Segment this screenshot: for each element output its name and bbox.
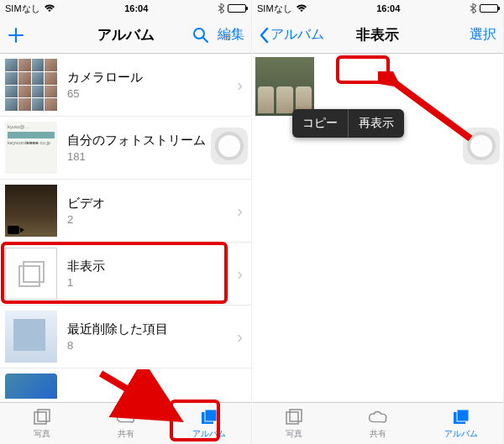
svg-rect-6	[205, 410, 217, 421]
album-row-videos[interactable]: ビデオ 2 ›	[0, 180, 251, 243]
albums-icon	[450, 407, 472, 427]
photo-item[interactable]	[255, 57, 314, 116]
album-thumb	[5, 185, 57, 237]
album-count: 2	[67, 213, 232, 226]
carrier-text: SIMなし	[5, 3, 40, 15]
status-bar: SIMなし 16:04	[252, 0, 503, 17]
tab-label: 共有	[370, 428, 386, 440]
tab-shared[interactable]: 共有	[336, 403, 420, 444]
album-count: 1	[67, 276, 232, 289]
album-title: ビデオ	[67, 196, 232, 212]
album-title: カメラロール	[67, 70, 232, 86]
svg-rect-7	[286, 412, 298, 424]
album-title: 最近削除した項目	[67, 321, 232, 337]
svg-rect-3	[34, 412, 46, 424]
album-row-recently-deleted[interactable]: 最近削除した項目 8 ›	[0, 306, 251, 368]
album-row-hidden[interactable]: 非表示 1 ›	[0, 243, 251, 306]
album-list-area: カメラロール 65 › kyoto@…keyword■■■■.co.jp 自分の…	[0, 54, 251, 402]
album-count: 181	[67, 150, 232, 163]
tab-bar: 写真 共有 アルバム	[252, 402, 503, 444]
edit-button[interactable]: 編集	[218, 26, 244, 44]
cloud-icon	[367, 407, 389, 427]
tab-shared[interactable]: 共有	[84, 403, 168, 444]
assistive-touch-button[interactable]	[463, 128, 500, 165]
svg-rect-1	[19, 266, 39, 286]
album-row-camera-roll[interactable]: カメラロール 65 ›	[0, 54, 251, 117]
cloud-icon	[115, 407, 137, 427]
menu-copy[interactable]: コピー	[292, 109, 348, 138]
add-button[interactable]	[7, 26, 25, 44]
album-thumb: kyoto@…keyword■■■■.co.jp	[5, 122, 57, 174]
chevron-right-icon: ›	[237, 264, 243, 284]
svg-rect-4	[38, 410, 50, 421]
tab-photos[interactable]: 写真	[252, 403, 336, 444]
clock-time: 16:04	[124, 3, 148, 13]
search-button[interactable]	[192, 27, 209, 44]
nav-bar: アルバム 非表示 選択	[252, 17, 503, 54]
left-screen: SIMなし 16:04 アルバム 編集	[0, 0, 252, 444]
bluetooth-icon	[470, 3, 476, 13]
chevron-right-icon: ›	[237, 327, 243, 347]
tab-label: 共有	[118, 428, 134, 440]
assistive-touch-button[interactable]	[211, 128, 248, 165]
tab-albums[interactable]: アルバム	[167, 403, 251, 444]
photos-icon	[283, 407, 305, 427]
tab-albums[interactable]: アルバム	[419, 403, 503, 444]
album-thumb	[5, 311, 57, 363]
status-bar: SIMなし 16:04	[0, 0, 251, 17]
album-thumb	[5, 373, 57, 399]
chevron-right-icon: ›	[237, 76, 243, 95]
album-title: 非表示	[67, 259, 232, 274]
back-label: アルバム	[270, 26, 324, 44]
album-title: 自分のフォトストリーム	[67, 133, 232, 149]
album-thumb	[5, 248, 57, 300]
battery-icon	[480, 4, 498, 13]
chevron-right-icon: ›	[237, 201, 243, 221]
album-row-partial[interactable]	[0, 368, 251, 402]
album-count: 65	[67, 87, 232, 100]
tab-bar: 写真 共有 アルバム	[0, 402, 251, 444]
svg-rect-2	[24, 262, 44, 282]
back-button[interactable]: アルバム	[259, 26, 324, 44]
bluetooth-icon	[218, 3, 224, 13]
photo-grid-area: コピー 再表示	[252, 54, 503, 402]
nav-bar: アルバム 編集	[0, 17, 251, 54]
svg-point-0	[194, 29, 204, 39]
album-count: 8	[67, 339, 232, 352]
tab-label: 写真	[34, 428, 50, 440]
album-thumb	[5, 59, 57, 111]
tab-photos[interactable]: 写真	[0, 403, 84, 444]
svg-rect-8	[290, 410, 302, 421]
battery-icon	[228, 4, 246, 13]
wifi-icon	[296, 4, 307, 13]
context-menu: コピー 再表示	[292, 109, 404, 138]
tab-label: 写真	[286, 428, 302, 440]
select-button[interactable]: 選択	[470, 26, 496, 44]
albums-icon	[198, 407, 220, 427]
tab-label: アルバム	[444, 428, 478, 440]
svg-rect-10	[457, 410, 469, 421]
wifi-icon	[44, 4, 55, 13]
carrier-text: SIMなし	[257, 3, 292, 15]
clock-time: 16:04	[376, 3, 400, 13]
photos-icon	[31, 407, 53, 427]
tab-label: アルバム	[192, 428, 226, 440]
menu-unhide[interactable]: 再表示	[349, 109, 404, 138]
right-screen: SIMなし 16:04 アルバム 非表示 選択	[252, 0, 504, 444]
